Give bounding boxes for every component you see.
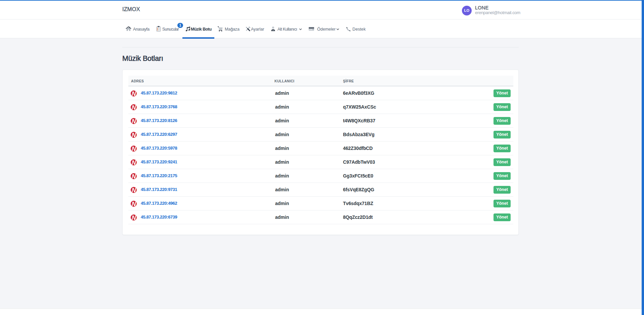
svg-text:N: N <box>132 214 136 221</box>
svg-text:N: N <box>132 104 136 110</box>
svg-text:N: N <box>132 118 136 124</box>
svg-text:N: N <box>132 187 136 193</box>
svg-text:N: N <box>132 201 136 207</box>
svg-text:N: N <box>132 90 136 96</box>
svg-text:N: N <box>132 132 136 138</box>
svg-text:N: N <box>132 173 136 179</box>
svg-text:N: N <box>132 159 136 165</box>
svg-text:N: N <box>132 146 136 152</box>
